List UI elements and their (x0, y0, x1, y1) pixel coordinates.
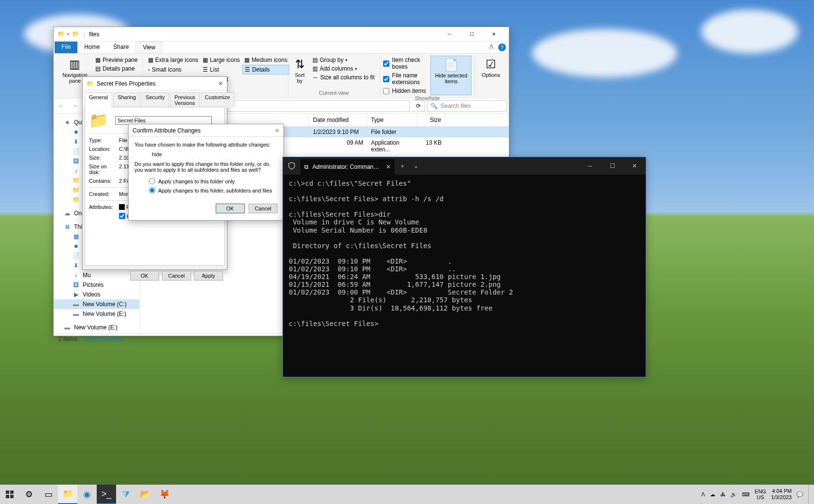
preview-pane-button[interactable]: ▦Preview pane (93, 56, 140, 64)
terminal-tab[interactable]: ⧉ Administrator: Command Pro ✕ (300, 159, 395, 175)
explorer-titlebar[interactable]: 📁 ▾ 📁 | files ─ ☐ ✕ (54, 27, 509, 42)
onedrive-tray-icon[interactable]: ☁ (710, 491, 715, 498)
search-input[interactable]: 🔍Search files (427, 100, 507, 112)
window-title: files (89, 31, 99, 38)
tab-security[interactable]: Security (141, 92, 169, 107)
prop-label: Type: (89, 137, 119, 143)
refresh-button[interactable]: ⟳ (412, 100, 425, 112)
ribbon-collapse-icon[interactable]: ᐱ (486, 42, 497, 53)
tab-customize[interactable]: Customize (201, 92, 235, 107)
qat-down-icon[interactable]: ▾ (67, 32, 69, 36)
item-checkboxes-toggle[interactable]: Item check boxes (383, 56, 429, 71)
close-button[interactable]: ✕ (623, 157, 646, 175)
help-icon[interactable]: ? (498, 44, 506, 51)
folder-icon: ■ (72, 128, 80, 136)
explorer-taskbar-icon[interactable]: 📁 (58, 485, 77, 504)
layout-list[interactable]: ☰List (201, 65, 242, 74)
ribbon-tabstrip: File Home Share View ᐱ ? (54, 42, 509, 54)
col-header-date[interactable]: Date modified (309, 114, 367, 126)
start-button[interactable] (0, 485, 19, 504)
folder2-icon[interactable]: 📂 (135, 485, 155, 504)
close-tab-icon[interactable]: ✕ (386, 163, 391, 170)
close-icon[interactable]: ✕ (275, 127, 280, 134)
sidebar-item-volume-c[interactable]: ▬New Volume (C:) (54, 299, 139, 309)
prop-label: Contains: (89, 178, 119, 184)
sidebar-item[interactable]: ▶Videos (54, 290, 139, 299)
terminal-output[interactable]: c:\>cd c:\files\"Secret Files" c:\files\… (283, 175, 646, 332)
terminal-taskbar-icon[interactable]: >_ (97, 485, 116, 504)
add-columns-button[interactable]: ▥Add columns▾ (311, 64, 377, 73)
star-icon: ★ (63, 119, 71, 126)
tab-view[interactable]: View (135, 42, 163, 53)
hidden-items-toggle[interactable]: Hidden items (383, 87, 429, 95)
back-button[interactable]: ← (56, 100, 67, 112)
size-columns-button[interactable]: ↔Size all columns to fit (311, 73, 377, 82)
layout-md-icons[interactable]: ▦Medium icons (242, 56, 289, 64)
close-icon[interactable]: ✕ (218, 80, 223, 87)
network-icon[interactable]: 🖧 (720, 491, 725, 497)
apply-button[interactable]: Apply (194, 271, 223, 281)
prop-label: Location: (89, 146, 119, 152)
forward-button[interactable]: → (69, 100, 81, 112)
details-icon: ☰ (245, 66, 250, 73)
layout-lg-icons[interactable]: ▦Large icons (201, 56, 242, 64)
col-header-size[interactable]: Size (416, 114, 445, 126)
new-tab-button[interactable]: ＋ (395, 162, 410, 170)
ok-button[interactable]: OK (130, 271, 159, 281)
picture-icon: 🖼 (72, 281, 80, 289)
video-icon: ▶ (72, 291, 80, 298)
details-pane-button[interactable]: ▤Details pane (93, 64, 140, 73)
layout-details[interactable]: ☰Details (242, 65, 289, 74)
properties-titlebar[interactable]: 📁 Secret Files Properties ✕ (83, 77, 227, 90)
firefox-icon[interactable]: 🦊 (155, 485, 174, 504)
hide-selected-button[interactable]: 📄Hide selected items (430, 56, 472, 95)
cancel-button[interactable]: Cancel (249, 204, 278, 213)
col-header-type[interactable]: Type (367, 114, 416, 126)
sidebar-item-volume-e[interactable]: ▬New Volume (E:) (54, 309, 139, 319)
terminal-tabstrip: ⧉ Administrator: Command Pro ✕ ＋ ⌄ ─ ☐ ✕ (283, 157, 646, 175)
show-desktop[interactable] (808, 485, 811, 504)
maximize-button[interactable]: ☐ (601, 157, 623, 175)
maximize-button[interactable]: ☐ (460, 27, 483, 42)
prop-label: Size: (89, 155, 119, 161)
clock[interactable]: 4:04 PM 1/3/2023 (771, 488, 792, 501)
properties-title: Secret Files Properties (97, 80, 155, 87)
ok-button[interactable]: OK (216, 204, 245, 213)
edge-icon[interactable]: ◉ (77, 485, 97, 504)
tab-general[interactable]: General (85, 92, 112, 107)
list-icon: ☰ (203, 66, 208, 73)
tab-file[interactable]: File (55, 42, 77, 53)
tab-dropdown[interactable]: ⌄ (410, 163, 422, 169)
radio-recursive[interactable]: Apply changes to this folder, subfolders… (134, 186, 278, 195)
layout-sm-icons[interactable]: ▫Small icons (146, 65, 200, 74)
confirm-line2: Do you want to apply this change to this… (134, 161, 278, 173)
picture-icon: 🖼 (72, 157, 80, 165)
confirm-titlebar[interactable]: Confirm Attribute Changes ✕ (129, 124, 283, 137)
notifications-icon[interactable]: 💬 (797, 491, 803, 498)
radio-folder-only[interactable]: Apply changes to this folder only (134, 177, 278, 186)
group-by-button[interactable]: ▤Group by▾ (311, 56, 377, 64)
file-ext-toggle[interactable]: File name extensions (383, 71, 429, 87)
desktop-icon: ■ (72, 242, 80, 250)
cancel-button[interactable]: Cancel (162, 271, 191, 281)
minimize-button[interactable]: ─ (579, 157, 601, 175)
sidebar-item-volume-e2[interactable]: ▬New Volume (E:) (54, 323, 139, 332)
vscode-icon[interactable]: ⧩ (116, 485, 135, 504)
close-button[interactable]: ✕ (483, 27, 505, 42)
tab-home[interactable]: Home (77, 42, 106, 53)
keyboard-icon[interactable]: ⌨ (742, 491, 750, 498)
layout-xl-icons[interactable]: ▦Extra large icons (146, 56, 200, 64)
language-indicator[interactable]: ENG US (755, 489, 766, 500)
options-button[interactable]: ☑Options (478, 56, 504, 80)
volume-icon[interactable]: 🔊 (730, 491, 737, 498)
system-tray: ᐱ ☁ 🖧 🔊 ⌨ ENG US 4:04 PM 1/3/2023 💬 (701, 485, 814, 504)
minimize-button[interactable]: ─ (438, 27, 460, 42)
tab-sharing[interactable]: Sharing (113, 92, 140, 107)
tab-share[interactable]: Share (106, 42, 135, 53)
taskview-icon[interactable]: ▭ (39, 485, 58, 504)
sort-by-button[interactable]: ⇅Sort by (291, 56, 309, 86)
tab-previous[interactable]: Previous Versions (170, 92, 200, 107)
tray-chevron-icon[interactable]: ᐱ (701, 491, 705, 498)
settings-icon[interactable]: ⚙ (19, 485, 39, 504)
confirm-line1: You have chosen to make the following at… (134, 142, 278, 148)
